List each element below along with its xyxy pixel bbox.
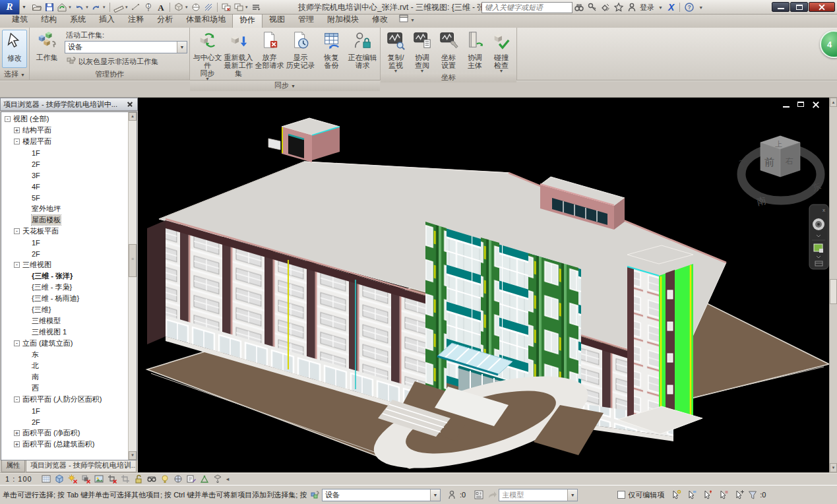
modify-button[interactable]: 修改 xyxy=(2,30,27,68)
tree-item[interactable]: 三维模型 xyxy=(1,315,137,327)
drawing-scrollbar[interactable]: ▲ ▼ xyxy=(829,98,837,472)
help-arrow-icon[interactable]: ▼ xyxy=(696,5,706,10)
ribbon-tab-附加模块[interactable]: 附加模块 xyxy=(321,13,365,28)
tree-item[interactable]: +结构平面 xyxy=(1,125,137,136)
undo-button[interactable]: ▼ xyxy=(73,1,90,13)
show-crop-off-icon[interactable] xyxy=(119,474,131,485)
drag-on-selection-icon[interactable] xyxy=(733,488,746,501)
text-a-button[interactable]: A xyxy=(155,1,167,13)
detail-level-icon[interactable] xyxy=(40,474,52,485)
drawing-area[interactable]: 前 右 上 南 东 西 x xyxy=(138,98,829,472)
design-options-icon[interactable] xyxy=(472,488,485,501)
select-pinned-icon[interactable] xyxy=(701,488,714,501)
relinquish-all-button[interactable]: 放弃 全部请求 xyxy=(254,30,285,69)
shadows-off-icon[interactable] xyxy=(80,474,92,485)
application-menu-button[interactable]: R xyxy=(0,0,20,15)
dock-tab[interactable]: 项目浏览器 - 技师学院机电培训... xyxy=(26,460,137,472)
tree-item[interactable]: 3F xyxy=(1,170,137,181)
tree-item[interactable]: 2F xyxy=(1,248,137,259)
save-button[interactable] xyxy=(44,1,55,13)
sign-in-arrow-icon[interactable]: ▼ xyxy=(656,5,666,10)
interference-check-button[interactable]: 碰撞 检查▼ xyxy=(488,30,514,73)
rendering-dialog-icon[interactable] xyxy=(93,474,105,485)
restore-backup-button[interactable]: 恢复 备份 xyxy=(316,30,347,69)
ribbon-tab-管理[interactable]: 管理 xyxy=(292,13,321,28)
project-browser-scrollbar[interactable]: ▲ ≡ ▼ xyxy=(128,112,137,460)
gray-inactive-worksets-button[interactable]: 以灰色显示非活动工作集 xyxy=(66,55,187,67)
tree-item[interactable]: -楼层平面 xyxy=(1,136,137,147)
analytical-model-icon[interactable] xyxy=(199,474,210,485)
active-workset-status-dropdown[interactable]: 设备 ▼ xyxy=(322,489,441,501)
viewcube[interactable]: 前 右 上 南 东 西 xyxy=(739,136,822,207)
ribbon-tab-协作[interactable]: 协作 xyxy=(232,13,263,28)
subscription-icon[interactable] xyxy=(586,1,599,13)
sync-central-button[interactable]: 与中心文件 同步▼ xyxy=(192,30,223,80)
scroll-up-icon[interactable]: ▲ xyxy=(830,98,837,107)
temporary-hide-isolate-icon[interactable] xyxy=(146,474,158,485)
search-input[interactable] xyxy=(481,2,573,13)
building-3d-view[interactable]: 前 右 上 南 东 西 x xyxy=(138,98,829,472)
minimize-button[interactable] xyxy=(772,2,790,12)
reveal-hidden-icon[interactable] xyxy=(159,474,171,485)
sync-home-button[interactable]: ▼ xyxy=(56,1,73,13)
customize-button[interactable] xyxy=(250,1,262,13)
tree-item[interactable]: 1F xyxy=(1,147,137,158)
design-option-dropdown[interactable]: 主模型 ▼ xyxy=(499,489,578,501)
view-minimize-icon[interactable] xyxy=(782,101,791,108)
tree-item[interactable]: +面积平面 (净面积) xyxy=(1,427,137,439)
temporary-view-properties-icon[interactable] xyxy=(185,474,197,485)
add-to-set-icon[interactable] xyxy=(485,488,499,501)
copy-monitor-button[interactable]: 复制/ 监视▼ xyxy=(383,30,409,73)
expand-icon[interactable]: + xyxy=(14,441,20,447)
close-icon[interactable] xyxy=(125,100,135,108)
crop-view-off-icon[interactable] xyxy=(106,474,118,485)
dimension-button[interactable] xyxy=(130,1,142,13)
view-restore-icon[interactable] xyxy=(797,101,805,108)
collapse-icon[interactable]: - xyxy=(5,116,11,122)
view-close-icon[interactable] xyxy=(811,101,820,108)
dock-tab[interactable]: 属性 xyxy=(1,460,25,472)
tree-item[interactable]: 1F xyxy=(1,405,137,416)
navigation-bar[interactable]: x xyxy=(809,205,828,269)
tree-item[interactable]: 南 xyxy=(1,371,137,383)
select-by-face-icon[interactable] xyxy=(717,488,730,501)
ribbon-tab-插入[interactable]: 插入 xyxy=(92,13,121,28)
tree-item[interactable]: -三维视图 xyxy=(1,259,137,270)
expand-icon[interactable]: + xyxy=(14,127,20,133)
tree-item[interactable]: 东 xyxy=(1,349,137,360)
scrollbar-thumb[interactable]: ≡ xyxy=(129,244,137,277)
tree-item[interactable]: -视图 (全部) xyxy=(1,113,137,125)
favorites-icon[interactable] xyxy=(612,1,625,13)
open-button[interactable] xyxy=(31,1,43,13)
sun-path-off-icon[interactable] xyxy=(67,474,78,485)
worksets-button[interactable]: 工作集 xyxy=(32,30,62,61)
tree-item[interactable]: 5F xyxy=(1,192,137,203)
view-scale-button[interactable]: 1 : 100 xyxy=(5,475,32,483)
tree-item[interactable]: -天花板平面 xyxy=(1,226,137,237)
tag-button[interactable]: 1 xyxy=(142,1,154,13)
notification-badge[interactable]: 4 xyxy=(820,30,837,58)
ribbon-tab-体量和场地[interactable]: 体量和场地 xyxy=(179,13,232,28)
editable-only-checkbox[interactable]: 仅可编辑项 xyxy=(617,490,664,500)
help-icon[interactable]: ? xyxy=(683,1,696,13)
coordination-review-button[interactable]: 协调 查阅▼ xyxy=(409,30,435,73)
tree-item[interactable]: +面积平面 (总建筑面积) xyxy=(1,439,137,450)
worksharing-display-icon[interactable] xyxy=(172,474,184,485)
tree-item[interactable]: {三维 - 张洋} xyxy=(1,270,137,282)
collapse-icon[interactable]: - xyxy=(14,139,20,144)
section-button[interactable] xyxy=(190,1,202,13)
displacement-sets-icon[interactable] xyxy=(212,474,224,485)
select-links-icon[interactable] xyxy=(669,488,683,501)
restore-button[interactable] xyxy=(790,2,808,12)
scrollbar-thumb[interactable] xyxy=(830,279,837,304)
ribbon-tab-结构[interactable]: 结构 xyxy=(34,13,63,28)
ribbon-tab-修改[interactable]: 修改 xyxy=(365,13,394,28)
ribbon-tab-系统[interactable]: 系统 xyxy=(63,13,92,28)
tree-item[interactable]: {三维 - 李枭} xyxy=(1,282,137,293)
thin-lines-button[interactable] xyxy=(202,1,214,13)
tree-item[interactable]: 2F xyxy=(1,416,137,427)
switch-windows-button[interactable]: ▼ xyxy=(233,1,249,13)
communication-center-icon[interactable] xyxy=(599,1,612,13)
view3d-button[interactable]: ▼ xyxy=(173,1,189,13)
active-workset-dropdown[interactable]: 设备 ▼ xyxy=(65,41,187,53)
